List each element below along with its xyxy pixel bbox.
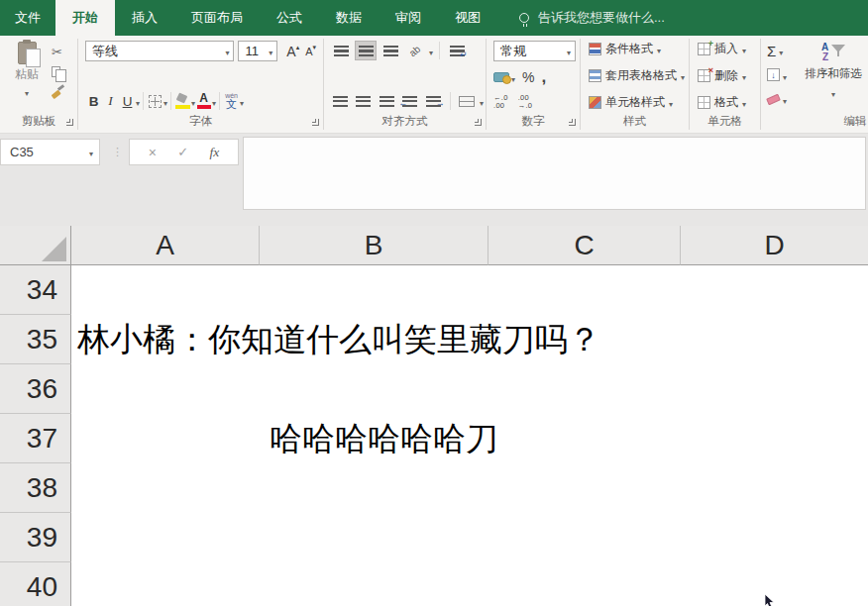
autosum-button[interactable]: Σ <box>767 43 803 58</box>
paste-label: 粘贴 <box>15 66 39 83</box>
underline-dropdown-icon[interactable] <box>136 92 140 110</box>
merge-center-button[interactable] <box>457 91 478 111</box>
decrease-indent-button[interactable]: ← <box>400 91 421 111</box>
enter-button[interactable]: ✓ <box>177 145 188 159</box>
tab-insert[interactable]: 插入 <box>115 0 174 36</box>
sort-filter-icon: A Z <box>821 42 845 63</box>
tell-me-box[interactable]: 告诉我您想要做什么... <box>519 0 665 36</box>
merge-dropdown-icon[interactable] <box>480 92 484 110</box>
format-cells-button[interactable]: 格式 <box>698 94 758 111</box>
select-all-button[interactable] <box>0 226 71 265</box>
number-format-select[interactable]: 常规 <box>493 41 576 61</box>
format-as-table-button[interactable]: 套用表格格式 <box>589 67 687 84</box>
row-header-38[interactable]: 38 <box>0 463 71 513</box>
font-size-select[interactable]: 11 <box>238 41 277 61</box>
format-painter-button[interactable] <box>52 83 66 99</box>
fill-color-button[interactable] <box>174 91 191 111</box>
autosum-dropdown-icon <box>779 42 783 59</box>
name-box-value: C35 <box>10 145 34 159</box>
align-bottom-icon <box>383 46 398 56</box>
italic-button[interactable]: I <box>102 91 119 111</box>
row-header-34[interactable]: 34 <box>0 265 71 315</box>
decrease-font-size-button[interactable]: A▾ <box>302 45 319 58</box>
align-center-button[interactable] <box>354 91 375 111</box>
conditional-formatting-button[interactable]: 条件格式 <box>589 41 687 57</box>
row-header-35[interactable]: 35 <box>0 315 71 364</box>
wrap-text-button[interactable]: ↵ <box>446 41 468 60</box>
orientation-button[interactable]: ab <box>404 41 426 60</box>
name-box-dropdown-icon[interactable] <box>89 145 93 159</box>
insert-function-button[interactable]: fx <box>210 145 220 160</box>
column-headers: A B C D <box>0 226 868 265</box>
cut-button[interactable]: ✂ <box>52 44 66 59</box>
align-middle-icon <box>359 46 374 56</box>
sort-filter-dropdown-icon <box>831 83 835 101</box>
column-header-a[interactable]: A <box>71 226 260 265</box>
font-name-select[interactable]: 等线 <box>85 41 234 61</box>
fill-button[interactable]: ↓ <box>767 67 803 83</box>
tell-me-label: 告诉我您想要做什么... <box>538 9 665 27</box>
number-dialog-launcher-icon[interactable] <box>569 119 576 126</box>
clear-button[interactable] <box>767 91 803 107</box>
sort-filter-button[interactable]: A Z 排序和筛选 <box>803 41 864 111</box>
tab-home[interactable]: 开始 <box>55 0 115 36</box>
alignment-dialog-launcher-icon[interactable] <box>475 119 482 126</box>
row-header-37[interactable]: 37 <box>0 414 71 463</box>
align-right-icon <box>380 96 394 107</box>
insert-cells-button[interactable]: + 插入 <box>698 41 758 57</box>
cell-A35[interactable]: 林小橘：你知道什么叫笑里藏刀吗？ <box>77 315 600 364</box>
font-size-dropdown-icon <box>269 44 272 58</box>
delete-cells-button[interactable]: × 删除 <box>698 67 758 84</box>
cells-group: + 插入 × 删除 格式 单元格 <box>690 36 760 133</box>
align-bottom-button[interactable] <box>380 41 401 60</box>
row-header-39[interactable]: 39 <box>0 513 71 562</box>
column-header-c[interactable]: C <box>488 226 681 265</box>
column-header-b[interactable]: B <box>260 226 488 265</box>
font-dialog-launcher-icon[interactable] <box>312 119 319 126</box>
underline-button[interactable]: U <box>119 91 136 111</box>
copy-button[interactable] <box>52 63 66 79</box>
tab-view[interactable]: 视图 <box>438 0 497 36</box>
separator <box>170 92 171 110</box>
column-header-d[interactable]: D <box>681 226 868 265</box>
tab-page-layout[interactable]: 页面布局 <box>174 0 260 36</box>
tab-formulas[interactable]: 公式 <box>260 0 319 36</box>
cell-styles-button[interactable]: 单元格样式 <box>589 94 687 111</box>
orientation-dropdown-icon[interactable] <box>429 42 433 59</box>
font-size-value: 11 <box>245 44 259 58</box>
phonetic-dropdown-icon[interactable] <box>240 92 244 110</box>
decrease-decimal-button[interactable]: .00 →.0 <box>518 94 533 111</box>
eraser-icon <box>766 93 781 105</box>
increase-decimal-button[interactable]: ←.0 .00 <box>493 94 508 111</box>
row-header-36[interactable]: 36 <box>0 364 71 414</box>
bold-button[interactable]: B <box>85 91 102 111</box>
phonetic-guide-button[interactable]: wén 文 <box>223 91 240 111</box>
increase-font-size-button[interactable]: A▴ <box>283 45 302 58</box>
align-middle-button[interactable] <box>355 41 377 60</box>
align-right-button[interactable] <box>377 91 397 111</box>
formula-bar-grip-icon[interactable]: ⋮ <box>112 139 123 165</box>
accounting-format-button[interactable] <box>493 68 515 86</box>
align-left-button[interactable] <box>330 91 351 111</box>
comma-style-button[interactable]: , <box>541 73 546 81</box>
tab-data[interactable]: 数据 <box>319 0 379 36</box>
borders-dropdown-icon[interactable] <box>163 92 167 110</box>
borders-button[interactable] <box>147 91 163 111</box>
paste-button[interactable]: 粘贴 <box>8 42 46 113</box>
increase-indent-button[interactable]: → <box>423 91 444 111</box>
name-box[interactable]: C35 <box>0 139 100 165</box>
align-top-button[interactable] <box>330 41 352 60</box>
formula-input[interactable] <box>243 137 866 210</box>
formula-bar-buttons: × ✓ fx <box>129 139 239 165</box>
cell-B37[interactable]: 哈哈哈哈哈哈刀 <box>270 414 498 463</box>
font-color-dropdown-icon[interactable] <box>212 92 216 110</box>
percent-style-button[interactable]: % <box>522 69 534 85</box>
cancel-button[interactable]: × <box>149 145 157 160</box>
align-top-icon <box>334 46 349 56</box>
font-color-button[interactable]: A <box>195 91 212 111</box>
row-header-40[interactable]: 40 <box>0 562 71 606</box>
tab-review[interactable]: 审阅 <box>379 0 438 36</box>
clipboard-dialog-launcher-icon[interactable] <box>66 119 73 126</box>
paste-dropdown-icon[interactable] <box>25 85 29 99</box>
tab-file[interactable]: 文件 <box>0 0 55 36</box>
